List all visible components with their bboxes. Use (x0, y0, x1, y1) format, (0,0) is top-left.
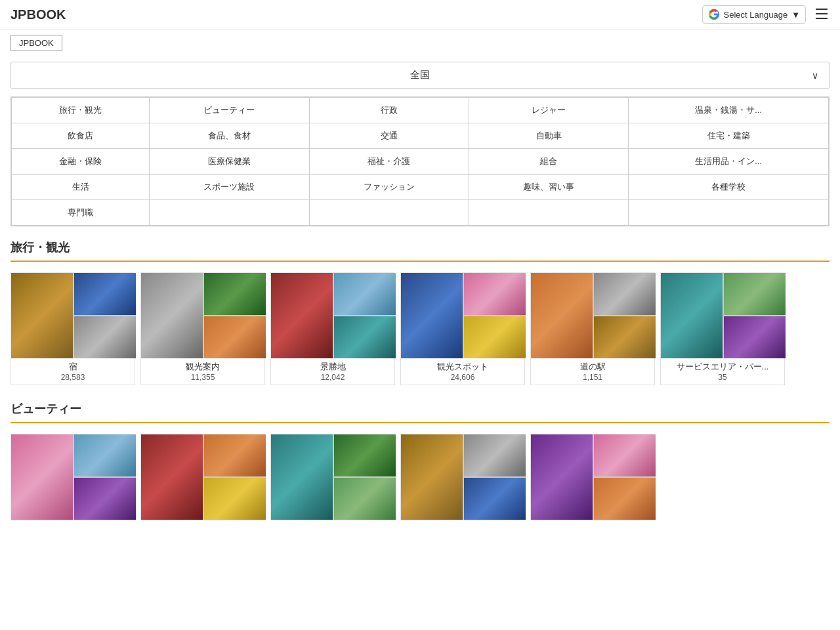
card-item[interactable]: 観光案内 11,355 (140, 272, 265, 385)
card-image-cell (594, 273, 656, 315)
card-info: 道の駅 1,151 (531, 358, 654, 385)
category-cell (629, 200, 829, 226)
category-cell[interactable]: 旅行・観光 (12, 98, 150, 123)
category-cell[interactable]: 自動車 (469, 123, 629, 149)
category-cell[interactable]: 温泉・銭湯・サ... (629, 98, 829, 123)
category-cell[interactable]: 交通 (309, 123, 469, 149)
card-item[interactable]: 宿 28,583 (10, 272, 135, 385)
hamburger-icon (814, 6, 830, 22)
card-image-cell (204, 273, 266, 315)
card-count: 11,355 (145, 373, 261, 382)
card-name: 観光スポット (405, 361, 520, 373)
category-cell[interactable]: レジャー (469, 98, 629, 123)
logo: JPBOOK (10, 7, 66, 22)
card-item[interactable] (270, 434, 395, 520)
card-info: 観光スポット 24,606 (401, 358, 524, 385)
card-image-cell (74, 316, 136, 358)
card-thumbnail (401, 273, 526, 358)
region-selector-inner: 全国 ∨ (11, 62, 829, 88)
card-thumbnail (11, 273, 136, 358)
card-count: 35 (665, 373, 780, 382)
category-table: 旅行・観光ビューティー行政レジャー温泉・銭湯・サ...飲食店食品、食材交通自動車… (11, 97, 829, 226)
travel-card-grid: 宿 28,583 観光案内 11,355 景勝地 12,042 (10, 272, 830, 385)
category-cell[interactable]: 行政 (309, 98, 469, 123)
card-image-cell (334, 273, 396, 315)
card-image-cell (204, 434, 266, 476)
header: JPBOOK Select Language ▼ (0, 0, 840, 30)
card-image-cell (464, 434, 526, 476)
category-cell[interactable]: 組合 (469, 149, 629, 175)
category-cell[interactable]: 専門職 (12, 200, 150, 226)
card-count: 24,606 (405, 373, 520, 382)
nav-tabs: JPBOOK (0, 30, 840, 56)
card-image-cell (401, 273, 463, 358)
card-image-cell (464, 316, 526, 358)
card-info: 景勝地 12,042 (271, 358, 394, 385)
category-cell[interactable]: ビューティー (150, 98, 309, 123)
card-item[interactable]: 道の駅 1,151 (530, 272, 655, 385)
card-info: 観光案内 11,355 (141, 358, 264, 385)
card-image-cell (204, 478, 266, 520)
travel-divider (10, 261, 830, 262)
card-thumbnail (271, 434, 396, 520)
category-cell[interactable]: 生活 (12, 175, 150, 200)
card-thumbnail (141, 434, 266, 520)
card-name: 道の駅 (535, 361, 650, 373)
card-item[interactable]: 景勝地 12,042 (270, 272, 395, 385)
category-cell[interactable]: 生活用品・イン... (629, 149, 829, 175)
card-name: 観光案内 (145, 361, 261, 373)
card-image-cell (271, 273, 333, 358)
card-item[interactable] (530, 434, 655, 520)
card-item[interactable]: 観光スポット 24,606 (400, 272, 525, 385)
beauty-section: ビューティー (10, 401, 830, 520)
card-info: 宿 28,583 (11, 358, 135, 385)
category-cell[interactable]: 住宅・建築 (629, 123, 829, 149)
card-item[interactable] (10, 434, 135, 520)
category-cell[interactable]: 福祉・介護 (309, 149, 469, 175)
travel-section-title: 旅行・観光 (10, 240, 830, 255)
beauty-card-grid (10, 434, 830, 520)
category-cell[interactable]: ファッション (309, 175, 469, 200)
category-cell[interactable]: 飲食店 (12, 123, 150, 149)
card-item[interactable] (400, 434, 525, 520)
card-image-cell (594, 316, 656, 358)
category-grid: 旅行・観光ビューティー行政レジャー温泉・銭湯・サ...飲食店食品、食材交通自動車… (10, 96, 830, 226)
category-cell (309, 200, 469, 226)
card-thumbnail (141, 273, 266, 358)
card-image-cell (11, 434, 73, 520)
card-item[interactable]: サービスエリア・パー... 35 (660, 272, 785, 385)
card-item[interactable] (140, 434, 265, 520)
card-thumbnail (271, 273, 396, 358)
category-cell[interactable]: 各種学校 (629, 175, 829, 200)
card-image-cell (594, 478, 656, 520)
card-info: サービスエリア・パー... 35 (661, 358, 784, 385)
language-label: Select Language (724, 10, 788, 20)
google-icon (708, 9, 720, 20)
card-thumbnail (531, 434, 656, 520)
region-selector-wrap[interactable]: 全国 ∨ (10, 62, 830, 89)
card-image-cell (74, 434, 136, 476)
card-name: 宿 (15, 361, 131, 373)
menu-icon[interactable] (814, 6, 830, 24)
card-thumbnail (661, 273, 786, 358)
card-image-cell (334, 316, 396, 358)
card-image-cell (334, 478, 396, 520)
category-cell[interactable]: スポーツ施設 (150, 175, 309, 200)
language-arrow: ▼ (791, 10, 800, 20)
category-cell[interactable]: 金融・保険 (12, 149, 150, 175)
card-image-cell (724, 316, 786, 358)
jpbook-tab[interactable]: JPBOOK (10, 35, 62, 51)
card-image-cell (464, 478, 526, 520)
card-image-cell (724, 273, 786, 315)
category-cell[interactable]: 食品、食材 (150, 123, 309, 149)
card-image-cell (531, 434, 593, 520)
card-image-cell (464, 273, 526, 315)
category-cell[interactable]: 趣味、習い事 (469, 175, 629, 200)
card-image-cell (141, 434, 203, 520)
card-count: 28,583 (15, 373, 131, 382)
category-cell[interactable]: 医療保健業 (150, 149, 309, 175)
language-selector[interactable]: Select Language ▼ (702, 5, 806, 24)
card-image-cell (334, 434, 396, 476)
card-image-cell (271, 434, 333, 520)
travel-section: 旅行・観光 宿 28,583 観光案内 11,355 (10, 240, 830, 385)
